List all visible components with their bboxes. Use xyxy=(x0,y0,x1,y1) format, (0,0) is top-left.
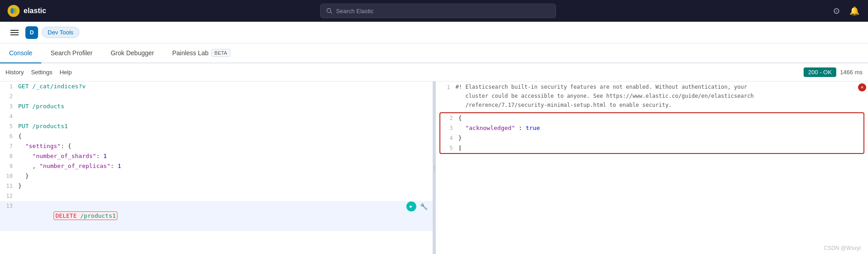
code-line-12: 12 xyxy=(0,191,433,201)
warning-icon: ✕ xyxy=(858,83,866,91)
code-line-11: 11 } xyxy=(0,181,433,191)
code-line-6: 6 { xyxy=(0,131,433,141)
status-badge: 200 - OK xyxy=(804,67,836,77)
elastic-logo-icon xyxy=(7,5,20,17)
notification-icon[interactable]: 🔔 xyxy=(848,5,861,17)
wrench-button[interactable]: 🔧 xyxy=(419,201,429,211)
user-avatar-button[interactable]: D xyxy=(25,26,38,39)
main-content: 1 GET /_cat/indices?v 2 3 PUT /products … xyxy=(0,81,868,254)
code-line-9: 9 , "number_of_replicas": 1 xyxy=(0,161,433,171)
search-bar-container: Search Elastic xyxy=(52,4,824,18)
output-line-5: 5 | xyxy=(440,143,864,153)
svg-point-4 xyxy=(14,8,17,14)
second-nav: D Dev Tools xyxy=(0,22,868,43)
code-line-4: 4 xyxy=(0,111,433,121)
footer-text: CSDN @Wsxyi xyxy=(824,245,861,251)
toolbar-settings[interactable]: Settings xyxy=(31,69,52,76)
output-line-3: 3 "acknowledged" : true xyxy=(440,123,864,133)
code-editor[interactable]: 1 GET /_cat/indices?v 2 3 PUT /products … xyxy=(0,81,433,254)
code-line-5: 5 PUT /products1 xyxy=(0,121,433,131)
tab-painless-lab[interactable]: Painless Lab BETA xyxy=(163,43,239,63)
code-line-7: 7 "settings": { xyxy=(0,141,433,151)
toolbar-help[interactable]: Help xyxy=(59,69,72,76)
output-line-4: 4 } xyxy=(440,133,864,143)
svg-line-6 xyxy=(331,12,332,14)
toolbar: History Settings Help 200 - OK 1466 ms xyxy=(0,63,868,81)
menu-icon xyxy=(10,29,19,36)
logo-text: elastic xyxy=(24,7,46,15)
editor-panel: 1 GET /_cat/indices?v 2 3 PUT /products … xyxy=(0,81,433,254)
svg-point-3 xyxy=(10,8,14,14)
code-line-10: 10 } xyxy=(0,171,433,181)
code-line-13: 13 DELETE /products1 ▶ 🔧 xyxy=(0,201,433,231)
elastic-logo[interactable]: elastic xyxy=(7,5,46,17)
top-nav: elastic Search Elastic ⊙ 🔔 xyxy=(0,0,868,22)
time-badge: 1466 ms xyxy=(840,69,863,76)
tab-console[interactable]: Console xyxy=(0,43,41,63)
run-button[interactable]: ▶ xyxy=(406,201,416,211)
code-line-1: 1 GET /_cat/indices?v xyxy=(0,81,433,91)
tab-search-profiler[interactable]: Search Profiler xyxy=(41,43,102,63)
output-line-2: 2 { xyxy=(440,113,864,123)
code-line-8: 8 "number_of_shards": 1 xyxy=(0,151,433,161)
tab-grok-debugger[interactable]: Grok Debugger xyxy=(102,43,163,63)
hamburger-button[interactable] xyxy=(7,25,22,40)
output-highlighted-block: 2 { 3 "acknowledged" : true 4 } 5 | xyxy=(439,112,865,154)
code-line-3: 3 PUT /products xyxy=(0,101,433,111)
user-avatar-icon[interactable]: ⊙ xyxy=(830,5,843,17)
output-panel: 1 #! Elasticsearch built-in security fea… xyxy=(436,81,868,254)
search-icon xyxy=(326,8,332,14)
svg-point-5 xyxy=(327,9,331,13)
devtools-badge[interactable]: Dev Tools xyxy=(42,27,79,38)
tab-bar: Console Search Profiler Grok Debugger Pa… xyxy=(0,43,868,63)
search-bar[interactable]: Search Elastic xyxy=(320,4,556,18)
search-placeholder: Search Elastic xyxy=(336,8,374,14)
toolbar-right: 200 - OK 1466 ms xyxy=(804,67,863,77)
top-nav-right: ⊙ 🔔 xyxy=(830,5,861,17)
beta-badge: BETA xyxy=(211,49,230,57)
code-line-2: 2 xyxy=(0,91,433,101)
toolbar-history[interactable]: History xyxy=(5,69,24,76)
output-warning-line: 1 #! Elasticsearch built-in security fea… xyxy=(436,81,868,110)
